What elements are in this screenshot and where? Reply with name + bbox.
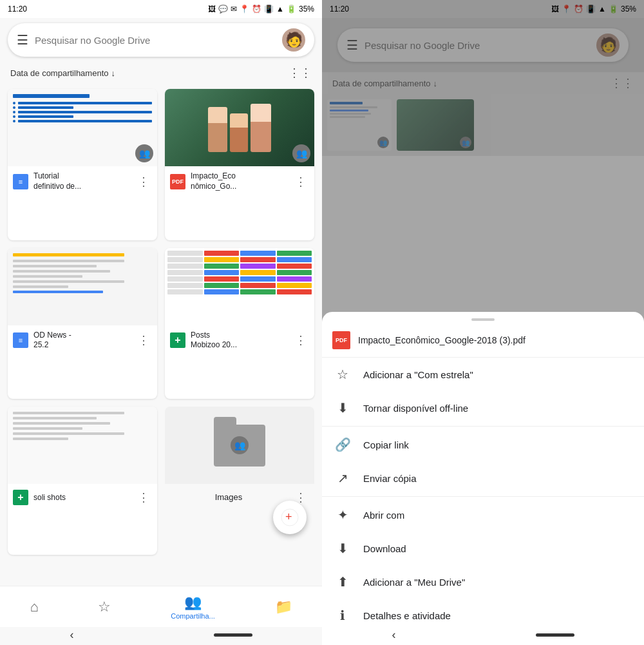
file-thumb-pdf [165, 89, 314, 166]
whatsapp-icon: 💬 [218, 5, 228, 14]
right-back-arrow[interactable]: ‹ [392, 628, 396, 642]
right-panel: 11:20 🖼 📍 ⏰ 📳 ▲ 🔋 35% ☰ 🧑 Data de compar… [322, 0, 644, 645]
battery-icon: 🔋 [287, 5, 296, 14]
file-thumb-posts [165, 248, 314, 325]
sheet-label-details: Detalhes e atividade [363, 610, 451, 621]
svg-text:+: + [285, 510, 292, 523]
file-info-odnews: ≡ OD News -25.2 ⋮ [8, 325, 157, 356]
sheet-item-download[interactable]: ⬇ Download [322, 532, 644, 565]
star-outline-icon: ☆ [335, 367, 350, 382]
sheet-label-addtodrive: Adicionar a "Meu Drive" [363, 577, 465, 588]
file-more-2[interactable]: ⋮ [292, 173, 309, 190]
file-thumb-odnews [8, 248, 157, 325]
file-info-pdf: PDF Impacto_Econômico_Go... ⋮ [165, 166, 314, 197]
file-more-3[interactable]: ⋮ [135, 332, 152, 349]
left-search-bar[interactable]: ☰ 🧑 [8, 23, 314, 57]
right-home-pill[interactable] [536, 633, 574, 637]
file-name-3: OD News -25.2 [33, 331, 130, 351]
left-bottom-nav: ⌂ ☆ 👥 Compartilha... 📁 [0, 586, 322, 627]
sheet-label-star: Adicionar a "Com estrela" [363, 369, 473, 380]
open-with-icon: ✦ [335, 507, 350, 523]
fab-button[interactable]: + [273, 501, 307, 534]
file-thumb-images [165, 407, 314, 484]
sheet-file-icon: PDF [332, 331, 350, 349]
sheet-item-openwith[interactable]: ✦ Abrir com [322, 498, 644, 532]
left-user-avatar[interactable]: 🧑 [282, 28, 305, 52]
file-type-doc-3: ≡ [13, 332, 28, 348]
folder-shared-badge [231, 436, 249, 454]
left-status-icons: 🖼 💬 ✉ 📍 ⏰ 📳 ▲ 🔋 35% [208, 5, 314, 14]
files-nav-icon: 📁 [275, 599, 292, 615]
file-type-doc-1: ≡ [13, 174, 28, 189]
file-card-posts[interactable]: + PostsMobizoo 20... ⋮ [165, 248, 314, 400]
left-panel: 11:20 🖼 💬 ✉ 📍 ⏰ 📳 ▲ 🔋 35% ☰ 🧑 Data de co… [0, 0, 322, 645]
sheet-item-offline[interactable]: ⬇ Tornar disponível off-line [322, 391, 644, 425]
nav-starred[interactable]: ☆ [98, 599, 111, 615]
file-card-odnews[interactable]: ≡ OD News -25.2 ⋮ [8, 248, 157, 400]
sheet-label-offline: Tornar disponível off-line [363, 403, 468, 414]
file-name-4: PostsMobizoo 20... [191, 331, 287, 351]
file-info-tutorial: ≡ Tutorialdefinitivo de... ⋮ [8, 166, 157, 197]
alarm-icon: ⏰ [252, 5, 261, 14]
left-back-arrow[interactable]: ‹ [70, 628, 74, 642]
file-name-1: Tutorialdefinitivo de... [33, 171, 130, 191]
left-sort-left[interactable]: Data de compartilhamento ↓ [10, 68, 115, 78]
sheet-header: PDF Impacto_Econômico_Google-2018 (3).pd… [322, 325, 644, 358]
file-type-sheets-4: + [170, 332, 185, 348]
sheet-item-sendcopy[interactable]: ↗ Enviar cópia [322, 461, 644, 495]
download-icon: ⬇ [335, 541, 350, 556]
file-name-2: Impacto_Econômico_Go... [191, 171, 287, 191]
divider-1 [322, 426, 644, 427]
info-icon: ℹ [335, 608, 350, 623]
left-search-input[interactable] [35, 35, 276, 46]
vibrate-icon: 📳 [264, 5, 274, 14]
file-more-5[interactable]: ⋮ [135, 489, 152, 506]
nav-shared[interactable]: 👥 Compartilha... [171, 594, 214, 620]
location-icon: 📍 [240, 5, 249, 14]
file-type-pdf-1: PDF [170, 174, 185, 189]
left-sort-label: Data de compartilhamento [10, 68, 108, 78]
file-info-posts: + PostsMobizoo 20... ⋮ [165, 325, 314, 356]
divider-2 [322, 496, 644, 497]
folder-icon [214, 425, 265, 467]
nav-shared-label: Compartilha... [171, 612, 214, 620]
sheet-label-sendcopy: Enviar cópia [363, 473, 417, 484]
sheet-label-copylink: Copiar link [363, 439, 409, 450]
left-file-grid: ≡ Tutorialdefinitivo de... ⋮ PDF Impacto… [0, 84, 322, 560]
file-type-sheets-5: + [13, 490, 28, 505]
left-menu-icon[interactable]: ☰ [17, 32, 28, 48]
send-copy-icon: ↗ [335, 470, 350, 486]
sheet-item-star[interactable]: ☆ Adicionar a "Com estrela" [322, 358, 644, 391]
left-home-bar: ‹ [0, 627, 322, 645]
nav-files[interactable]: 📁 [275, 599, 292, 615]
file-card-tutorial[interactable]: ≡ Tutorialdefinitivo de... ⋮ [8, 89, 157, 240]
home-icon: ⌂ [30, 599, 38, 615]
sheet-file-name: Impacto_Econômico_Google-2018 (3).pdf [358, 334, 526, 346]
file-card-soli[interactable]: + soli shots ⋮ [8, 407, 157, 555]
file-more-4[interactable]: ⋮ [292, 332, 309, 349]
left-home-pill[interactable] [214, 633, 252, 637]
file-more-1[interactable]: ⋮ [135, 173, 152, 190]
add-to-drive-icon: ⬆ [335, 574, 350, 590]
left-battery-pct: 35% [299, 5, 314, 14]
file-info-soli: + soli shots ⋮ [8, 484, 157, 511]
sheet-label-openwith: Abrir com [363, 510, 404, 521]
left-sort-arrow: ↓ [111, 68, 115, 78]
thumb-shared-1 [135, 144, 153, 162]
wifi-icon: ▲ [276, 5, 284, 14]
left-time: 11:20 [8, 5, 27, 14]
file-card-pdf[interactable]: PDF Impacto_Econômico_Go... ⋮ [165, 89, 314, 240]
bottom-sheet: PDF Impacto_Econômico_Google-2018 (3).pd… [322, 312, 644, 645]
sheet-item-addtodrive[interactable]: ⬆ Adicionar a "Meu Drive" [322, 565, 644, 599]
left-view-toggle[interactable]: ⋮⋮ [289, 66, 312, 80]
right-home-bar: ‹ [322, 627, 644, 645]
fab-icon: + [281, 508, 299, 526]
nav-home[interactable]: ⌂ [30, 599, 38, 615]
sheet-item-copylink[interactable]: 🔗 Copiar link [322, 428, 644, 461]
offline-icon: ⬇ [335, 400, 350, 416]
left-sort-bar: Data de compartilhamento ↓ ⋮⋮ [0, 62, 322, 84]
photo-icon: 🖼 [208, 5, 216, 14]
email-icon: ✉ [231, 5, 237, 14]
thumb-shared-2 [292, 144, 310, 162]
file-name-6: Images [170, 492, 287, 503]
